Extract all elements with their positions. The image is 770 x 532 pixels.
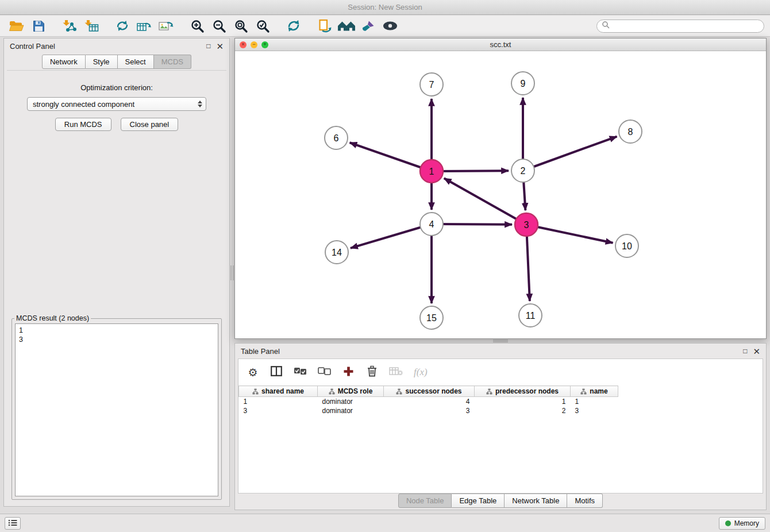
home-button[interactable] <box>336 17 357 35</box>
apply-style-button[interactable] <box>357 17 379 35</box>
import-network-icon <box>62 20 77 32</box>
toggle-graphics-details-button[interactable] <box>379 17 401 35</box>
mcds-result-box[interactable]: 13 <box>15 323 218 496</box>
save-session-button[interactable] <box>28 17 49 35</box>
cell-successor-nodes[interactable]: 3 <box>384 406 475 415</box>
node-9[interactable]: 9 <box>511 72 534 95</box>
refresh-arrows-icon <box>286 19 301 33</box>
zoom-out-button[interactable] <box>208 17 230 35</box>
close-window-button[interactable]: × <box>240 41 247 48</box>
edge-4-14[interactable] <box>351 224 432 248</box>
column-label: successor nodes <box>405 387 461 395</box>
column-header-shared-name[interactable]: shared name <box>239 386 318 397</box>
edge-3-1[interactable] <box>444 178 526 225</box>
table-settings-button[interactable]: ⚙ <box>247 365 259 380</box>
zoom-in-button[interactable] <box>186 17 208 35</box>
table-panel-header: Table Panel □ ✕ <box>235 344 766 358</box>
column-header-predecessor-nodes[interactable]: predecessor nodes <box>475 386 571 397</box>
delete-column-button[interactable] <box>365 365 378 380</box>
cell-mcds-role[interactable]: dominator <box>318 397 384 406</box>
node-3[interactable]: 3 <box>515 213 538 236</box>
memory-button[interactable]: Memory <box>719 517 765 530</box>
close-panel-icon[interactable]: ✕ <box>216 42 224 51</box>
tab-mcds[interactable]: MCDS <box>154 55 191 69</box>
table-row[interactable]: 1dominator411 <box>239 397 618 406</box>
network-window-titlebar[interactable]: × − + scc.txt <box>235 38 766 51</box>
node-6[interactable]: 6 <box>325 126 348 149</box>
table-row[interactable]: 3dominator323 <box>239 406 618 415</box>
column-label: predecessor nodes <box>495 387 559 395</box>
network-canvas[interactable]: 7968124314101511 <box>235 51 766 338</box>
cell-name[interactable]: 3 <box>571 406 618 415</box>
node-15[interactable]: 15 <box>420 306 443 329</box>
status-menu-button[interactable] <box>5 517 21 530</box>
tab-network-table[interactable]: Network Table <box>505 494 567 508</box>
edge-1-6[interactable] <box>350 142 432 171</box>
select-all-rows-button[interactable] <box>294 365 307 380</box>
node-2[interactable]: 2 <box>511 159 534 182</box>
node-1[interactable]: 1 <box>420 160 443 183</box>
clone-network-button[interactable] <box>111 17 133 35</box>
node-8[interactable]: 8 <box>619 120 642 143</box>
node-4[interactable]: 4 <box>420 213 443 236</box>
tab-node-table[interactable]: Node Table <box>398 494 452 508</box>
tab-style[interactable]: Style <box>86 55 118 69</box>
edge-2-8[interactable] <box>523 137 617 171</box>
cell-predecessor-nodes[interactable]: 1 <box>475 397 571 406</box>
criterion-dropdown[interactable]: strongly connected component <box>27 97 206 111</box>
tab-select[interactable]: Select <box>118 55 154 69</box>
import-table-button[interactable] <box>80 17 102 35</box>
tab-network[interactable]: Network <box>42 55 86 69</box>
export-image-button[interactable] <box>155 17 177 35</box>
close-panel-button[interactable]: Close panel <box>121 118 179 131</box>
vertical-splitter-handle[interactable] <box>230 265 234 280</box>
vertical-splitter[interactable] <box>230 38 234 488</box>
node-11[interactable]: 11 <box>519 304 542 327</box>
cell-successor-nodes[interactable]: 4 <box>384 397 475 406</box>
cell-predecessor-nodes[interactable]: 2 <box>475 406 571 415</box>
run-mcds-button[interactable]: Run MCDS <box>55 118 111 131</box>
open-session-button[interactable] <box>6 17 28 35</box>
edge-4-3[interactable] <box>432 224 512 225</box>
refresh-layout-button[interactable] <box>283 17 305 35</box>
node-14[interactable]: 14 <box>325 241 348 264</box>
search-input[interactable] <box>613 22 759 30</box>
column-header-successor-nodes[interactable]: successor nodes <box>384 386 475 397</box>
export-table-button[interactable] <box>133 17 155 35</box>
node-7[interactable]: 7 <box>420 73 443 96</box>
svg-text:9: 9 <box>521 79 526 88</box>
edge-3-10[interactable] <box>526 225 613 243</box>
cell-name[interactable]: 1 <box>571 397 618 406</box>
minimize-window-button[interactable]: − <box>251 41 257 48</box>
maximize-window-button[interactable]: + <box>261 41 268 48</box>
deselect-all-rows-button[interactable] <box>318 365 331 380</box>
table-toolbar: ⚙ <box>238 359 763 385</box>
toolbar-search-box[interactable] <box>596 20 764 33</box>
node-10[interactable]: 10 <box>615 234 638 257</box>
trash-icon <box>367 365 377 379</box>
column-header-name[interactable]: name <box>571 386 618 397</box>
zoom-selected-button[interactable] <box>252 17 274 35</box>
show-columns-button[interactable] <box>270 365 283 380</box>
cell-mcds-role[interactable]: dominator <box>318 406 384 415</box>
control-panel-header: Control Panel □ ✕ <box>4 38 229 53</box>
close-table-panel-icon[interactable]: ✕ <box>753 347 760 356</box>
cell-shared-name[interactable]: 1 <box>239 397 318 406</box>
function-builder-button[interactable]: f(x) <box>414 365 428 380</box>
float-table-panel-icon[interactable]: □ <box>743 348 747 354</box>
tab-motifs[interactable]: Motifs <box>567 494 603 508</box>
import-network-button[interactable] <box>59 17 80 35</box>
delete-table-button-disabled[interactable] <box>389 365 403 380</box>
copy-network-button[interactable] <box>314 17 336 35</box>
mcds-result-legend: MCDS result (2 nodes) <box>14 314 91 322</box>
column-header-mcds-role[interactable]: MCDS role <box>318 386 384 397</box>
tab-edge-table[interactable]: Edge Table <box>452 494 505 508</box>
create-column-button[interactable] <box>342 365 355 380</box>
cell-shared-name[interactable]: 3 <box>239 406 318 415</box>
zoom-fit-button[interactable] <box>230 17 252 35</box>
column-sort-icon <box>329 388 335 395</box>
horizontal-splitter-handle[interactable] <box>493 340 508 342</box>
float-panel-icon[interactable]: □ <box>206 43 210 49</box>
column-label: name <box>590 387 607 395</box>
gear-icon: ⚙ <box>248 367 257 378</box>
